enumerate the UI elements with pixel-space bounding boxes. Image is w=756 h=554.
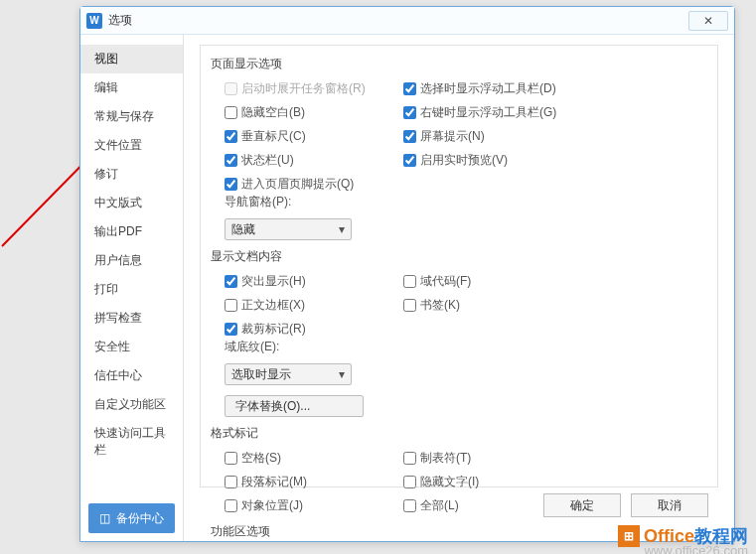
options-dialog: W 选项 ✕ 视图 编辑 常规与保存 文件位置 修订 中文版式 输出PDF 用户… [79, 6, 735, 542]
options-panel: 页面显示选项 启动时展开任务窗格(R) 隐藏空白(B) 垂直标尺(C) 状态栏(… [200, 45, 718, 487]
chk-bookmark[interactable]: 书签(K) [403, 295, 572, 315]
field-shade-select[interactable]: 选取时显示 [225, 363, 352, 385]
chk-highlight[interactable]: 突出显示(H) [225, 271, 403, 291]
sidebar-item-view[interactable]: 视图 [80, 45, 183, 73]
sidebar-item-qat[interactable]: 快速访问工具栏 [80, 419, 183, 465]
chk-space[interactable]: 空格(S) [225, 448, 403, 468]
sidebar-item-general-save[interactable]: 常规与保存 [80, 102, 183, 131]
sidebar-item-custom-ribbon[interactable]: 自定义功能区 [80, 390, 183, 419]
section-page-display: 页面显示选项 [211, 56, 707, 72]
chk-tab[interactable]: 制表符(T) [403, 448, 572, 468]
chk-live-preview[interactable]: 启用实时预览(V) [403, 150, 572, 170]
sidebar-item-export-pdf[interactable]: 输出PDF [80, 217, 183, 246]
chk-rightclick-float[interactable]: 右键时显示浮动工具栏(G) [403, 102, 572, 122]
watermark-icon: ⊞ [618, 525, 640, 547]
app-icon: W [86, 13, 102, 29]
sidebar-item-trust-center[interactable]: 信任中心 [80, 361, 183, 390]
chk-object-pos[interactable]: 对象位置(J) [225, 495, 403, 515]
cancel-button[interactable]: 取消 [631, 493, 708, 517]
ok-button[interactable]: 确定 [543, 493, 621, 517]
chk-hidden-text[interactable]: 隐藏文字(I) [403, 472, 572, 491]
chk-hide-blank[interactable]: 隐藏空白(B) [225, 102, 403, 122]
backup-center-button[interactable]: ◫ 备份中心 [88, 503, 175, 533]
section-format-marks: 格式标记 [211, 425, 707, 442]
category-sidebar: 视图 编辑 常规与保存 文件位置 修订 中文版式 输出PDF 用户信息 打印 拼… [80, 35, 184, 541]
close-button[interactable]: ✕ [688, 11, 728, 31]
section-doc-content: 显示文档内容 [211, 248, 707, 265]
sidebar-item-revision[interactable]: 修订 [80, 160, 183, 189]
sidebar-item-spellcheck[interactable]: 拼写检查 [80, 304, 183, 333]
chk-sel-float-toolbar[interactable]: 选择时显示浮动工具栏(D) [403, 78, 572, 98]
field-shade-label: 域底纹(E): [225, 339, 364, 355]
sidebar-item-security[interactable]: 安全性 [80, 333, 183, 361]
nav-pane-label: 导航窗格(P): [225, 194, 364, 210]
watermark-url: www.office26.com [644, 543, 748, 554]
backup-icon: ◫ [99, 511, 110, 525]
sidebar-item-print[interactable]: 打印 [80, 275, 183, 304]
window-title: 选项 [108, 12, 688, 29]
titlebar: W 选项 ✕ [80, 7, 734, 35]
sidebar-item-file-location[interactable]: 文件位置 [80, 131, 183, 160]
chk-text-border[interactable]: 正文边框(X) [225, 295, 403, 315]
chk-startup-taskpane[interactable]: 启动时展开任务窗格(R) [225, 78, 403, 98]
chk-status-bar[interactable]: 状态栏(U) [225, 150, 403, 170]
backup-label: 备份中心 [116, 510, 164, 527]
sidebar-item-cn-layout[interactable]: 中文版式 [80, 189, 183, 217]
chk-screen-tip[interactable]: 屏幕提示(N) [403, 126, 572, 146]
chk-vertical-ruler[interactable]: 垂直标尺(C) [225, 126, 403, 146]
chk-header-footer-hint[interactable]: 进入页眉页脚提示(Q) [225, 174, 403, 194]
chk-paragraph[interactable]: 段落标记(M) [225, 472, 403, 491]
close-icon: ✕ [703, 14, 713, 28]
sidebar-item-user-info[interactable]: 用户信息 [80, 246, 183, 275]
nav-pane-select[interactable]: 隐藏 [225, 218, 352, 240]
chk-field-code[interactable]: 域代码(F) [403, 271, 572, 291]
options-main: 页面显示选项 启动时展开任务窗格(R) 隐藏空白(B) 垂直标尺(C) 状态栏(… [184, 35, 734, 541]
sidebar-item-edit[interactable]: 编辑 [80, 73, 183, 102]
chk-crop-marks[interactable]: 裁剪标记(R) [225, 319, 403, 339]
font-replace-button[interactable]: 字体替换(O)... [225, 395, 364, 417]
